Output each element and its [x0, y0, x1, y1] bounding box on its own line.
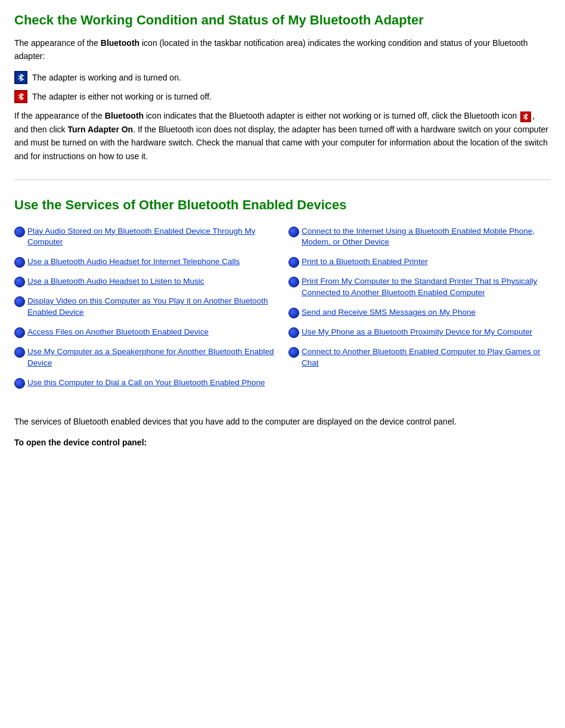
- link-text-left-0[interactable]: Play Audio Stored on My Bluetooth Enable…: [27, 226, 277, 249]
- link-bullet-right-2: [288, 277, 299, 287]
- link-text-left-2[interactable]: Use a Bluetooth Audio Headset to Listen …: [27, 276, 204, 287]
- link-item-left-0[interactable]: Play Audio Stored on My Bluetooth Enable…: [14, 226, 277, 249]
- long-para-turn-on-bold: Turn Adapter On: [68, 125, 134, 134]
- link-text-right-5[interactable]: Connect to Another Bluetooth Enabled Com…: [302, 346, 551, 369]
- bluetooth-off-icon: [14, 90, 27, 103]
- adapter-off-text: The adapter is either not working or is …: [32, 91, 212, 103]
- link-text-right-3[interactable]: Send and Receive SMS Messages on My Phon…: [302, 307, 476, 318]
- link-bullet-left-4: [14, 327, 25, 338]
- link-bullet-right-3: [288, 308, 299, 318]
- link-item-right-1[interactable]: Print to a Bluetooth Enabled Printer: [288, 256, 551, 268]
- adapter-on-item: The adapter is working and is turned on.: [14, 71, 551, 84]
- long-para-start: If the appearance of the: [14, 111, 105, 120]
- inline-bluetooth-icon: [520, 111, 531, 122]
- long-paragraph: If the appearance of the Bluetooth icon …: [14, 109, 551, 163]
- link-item-left-1[interactable]: Use a Bluetooth Audio Headset for Intern…: [14, 256, 277, 268]
- link-bullet-left-0: [14, 227, 25, 237]
- link-item-right-2[interactable]: Print From My Computer to the Standard P…: [288, 276, 551, 299]
- links-left-col: Play Audio Stored on My Bluetooth Enable…: [14, 226, 282, 397]
- link-item-left-3[interactable]: Display Video on this Computer as You Pl…: [14, 296, 277, 318]
- link-text-left-6[interactable]: Use this Computer to Dial a Call on Your…: [27, 377, 265, 389]
- link-bullet-left-1: [14, 257, 25, 268]
- link-text-right-0[interactable]: Connect to the Internet Using a Bluetoot…: [302, 226, 551, 249]
- section2-title: Use the Services of Other Bluetooth Enab…: [14, 197, 551, 214]
- bluetooth-on-icon: [14, 71, 27, 84]
- link-text-right-4[interactable]: Use My Phone as a Bluetooth Proximity De…: [302, 327, 532, 338]
- bottom-bold-text: To open the device control panel:: [14, 436, 551, 449]
- link-item-left-2[interactable]: Use a Bluetooth Audio Headset to Listen …: [14, 276, 277, 287]
- intro-paragraph: The appearance of the Bluetooth icon (lo…: [14, 36, 551, 63]
- link-item-right-5[interactable]: Connect to Another Bluetooth Enabled Com…: [288, 346, 551, 369]
- link-text-right-2[interactable]: Print From My Computer to the Standard P…: [302, 276, 551, 299]
- link-item-right-4[interactable]: Use My Phone as a Bluetooth Proximity De…: [288, 327, 551, 338]
- link-item-left-6[interactable]: Use this Computer to Dial a Call on Your…: [14, 377, 277, 389]
- link-bullet-left-2: [14, 277, 25, 287]
- link-bullet-right-1: [288, 257, 299, 268]
- link-bullet-right-0: [288, 227, 299, 237]
- intro-bluetooth-bold: Bluetooth: [101, 38, 139, 48]
- link-bullet-left-5: [14, 347, 25, 358]
- intro-text-start: The appearance of the: [14, 38, 101, 48]
- link-item-left-4[interactable]: Access Files on Another Bluetooth Enable…: [14, 327, 277, 338]
- link-text-left-4[interactable]: Access Files on Another Bluetooth Enable…: [27, 327, 209, 338]
- links-grid: Play Audio Stored on My Bluetooth Enable…: [14, 226, 551, 397]
- link-bullet-left-6: [14, 378, 25, 389]
- link-text-left-1[interactable]: Use a Bluetooth Audio Headset for Intern…: [27, 256, 240, 268]
- links-right-col: Connect to the Internet Using a Bluetoot…: [282, 226, 551, 397]
- link-text-left-3[interactable]: Display Video on this Computer as You Pl…: [27, 296, 277, 318]
- page-title: Check the Working Condition and Status o…: [14, 12, 551, 29]
- adapter-on-text: The adapter is working and is turned on.: [32, 72, 181, 84]
- link-text-right-1[interactable]: Print to a Bluetooth Enabled Printer: [302, 256, 428, 268]
- link-item-left-5[interactable]: Use My Computer as a Speakerphone for An…: [14, 346, 277, 369]
- long-para-mid: icon indicates that the Bluetooth adapte…: [144, 111, 519, 120]
- section-divider: [14, 179, 551, 180]
- link-bullet-right-5: [288, 347, 299, 358]
- link-text-left-5[interactable]: Use My Computer as a Speakerphone for An…: [27, 346, 277, 369]
- bottom-paragraph: The services of Bluetooth enabled device…: [14, 415, 551, 428]
- adapter-off-item: The adapter is either not working or is …: [14, 90, 551, 103]
- link-item-right-0[interactable]: Connect to the Internet Using a Bluetoot…: [288, 226, 551, 249]
- link-bullet-left-3: [14, 296, 25, 307]
- link-bullet-right-4: [288, 327, 299, 338]
- long-para-bluetooth-bold: Bluetooth: [105, 111, 144, 120]
- link-item-right-3[interactable]: Send and Receive SMS Messages on My Phon…: [288, 307, 551, 318]
